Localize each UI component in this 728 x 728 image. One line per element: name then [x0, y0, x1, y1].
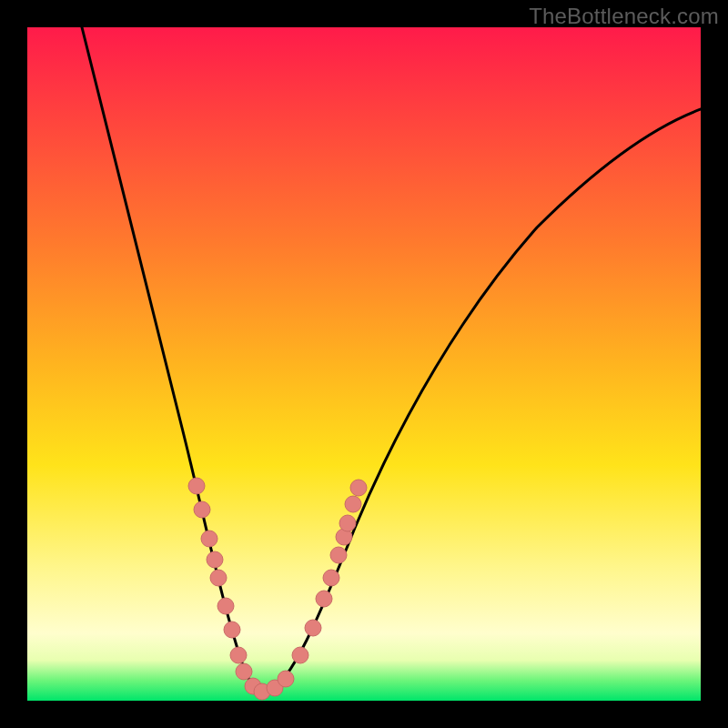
- svg-point-2: [201, 531, 217, 547]
- svg-point-4: [210, 570, 227, 586]
- plot-area: [27, 27, 701, 701]
- curve-svg: [27, 27, 701, 701]
- svg-point-21: [350, 480, 367, 496]
- svg-point-19: [339, 515, 356, 531]
- svg-point-0: [188, 478, 205, 494]
- svg-point-1: [194, 501, 210, 518]
- svg-point-14: [305, 620, 321, 636]
- svg-point-16: [323, 570, 339, 586]
- svg-point-7: [230, 647, 247, 663]
- chart-frame: TheBottleneck.com: [0, 0, 728, 728]
- svg-point-5: [217, 598, 234, 614]
- bottleneck-curve: [82, 27, 701, 692]
- svg-point-20: [345, 496, 361, 512]
- svg-point-17: [330, 547, 347, 563]
- svg-point-6: [224, 622, 240, 638]
- svg-point-8: [236, 663, 252, 680]
- svg-point-12: [278, 671, 294, 687]
- svg-point-3: [207, 551, 223, 568]
- svg-point-15: [316, 591, 332, 607]
- svg-point-13: [292, 647, 308, 663]
- watermark-text: TheBottleneck.com: [529, 4, 719, 29]
- marker-dots: [188, 478, 367, 700]
